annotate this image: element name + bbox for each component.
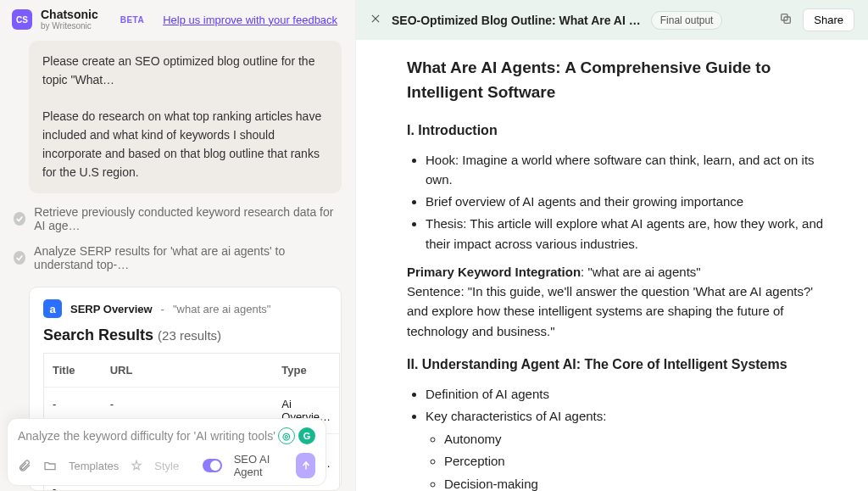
search-results-heading: Search Results (23 results) xyxy=(43,326,327,344)
grammarly-icon[interactable]: ◎ xyxy=(278,427,295,444)
brand-avatar: CS xyxy=(12,9,32,30)
section-1-heading: I. Introduction xyxy=(407,120,834,142)
serp-overview-label: SERP Overview xyxy=(70,303,153,315)
step-2-text: Analyze SERP results for 'what are ai ag… xyxy=(34,244,342,271)
brand-block: Chatsonic by Writesonic xyxy=(41,8,98,31)
document-body: What Are AI Agents: A Comprehensive Guid… xyxy=(356,40,868,491)
serp-head: a SERP Overview - "what are ai agents" xyxy=(43,299,327,318)
prompt-line-2: Please do research on what top ranking a… xyxy=(42,108,328,181)
seo-agent-label: SEO AI Agent xyxy=(234,453,285,478)
brand-sub: by Writesonic xyxy=(41,21,98,31)
left-header: CS Chatsonic by Writesonic BETA Help us … xyxy=(0,0,355,37)
attach-icon[interactable] xyxy=(18,459,31,472)
beta-badge: BETA xyxy=(120,15,144,25)
check-icon xyxy=(14,251,25,265)
brand-name: Chatsonic xyxy=(41,8,98,21)
feedback-link[interactable]: Help us improve with your feedback xyxy=(163,14,337,26)
serp-logo-icon: a xyxy=(43,299,62,318)
doc-h1: What Are AI Agents: A Comprehensive Guid… xyxy=(407,55,834,105)
templates-button[interactable]: Templates xyxy=(69,460,119,472)
col-title: Title xyxy=(44,354,102,388)
copy-icon[interactable] xyxy=(779,12,793,28)
left-panel: CS Chatsonic by Writesonic BETA Help us … xyxy=(0,0,355,491)
section-2-heading: II. Understanding Agent AI: The Core of … xyxy=(407,354,834,376)
list-item: Perception xyxy=(444,451,834,471)
folder-icon[interactable] xyxy=(43,459,57,472)
doc-title: SEO-Optimized Blog Outline: What Are AI … xyxy=(392,14,641,27)
style-icon[interactable] xyxy=(131,459,142,472)
list-item: Hook: Imagine a world where software can… xyxy=(426,150,834,190)
step-1: Retrieve previously conducted keyword re… xyxy=(0,202,355,236)
list-item: Brief overview of AI agents and their gr… xyxy=(426,192,834,211)
chat-input-bar: Analyze the keyword difficulty for 'AI w… xyxy=(7,418,326,486)
right-panel: SEO-Optimized Blog Outline: What Are AI … xyxy=(355,0,868,491)
kw-after: : "what are ai agents" xyxy=(581,265,701,279)
col-url: URL xyxy=(102,354,235,388)
step-1-text: Retrieve previously conducted keyword re… xyxy=(34,205,342,232)
close-icon[interactable] xyxy=(370,13,381,27)
serp-dash: - xyxy=(161,303,164,315)
grammar-icons: ◎ G xyxy=(278,427,315,444)
list-item: Decision-making xyxy=(444,474,834,491)
check-icon xyxy=(14,212,25,226)
chat-input[interactable]: Analyze the keyword difficulty for 'AI w… xyxy=(18,429,278,443)
sr-label: Search Results xyxy=(43,326,153,343)
list-item: Key characteristics of AI agents: Autono… xyxy=(426,406,834,491)
send-button[interactable] xyxy=(296,453,315,478)
user-prompt-card: Please create an SEO optimized blog outl… xyxy=(29,41,342,193)
col-type: Type xyxy=(273,354,339,388)
serp-query: "what are ai agents" xyxy=(173,303,270,315)
style-button[interactable]: Style xyxy=(154,460,179,472)
step-2: Analyze SERP results for 'what are ai ag… xyxy=(0,241,355,275)
primary-keyword-block: Primary Keyword Integration: "what are a… xyxy=(407,262,834,341)
right-header: SEO-Optimized Blog Outline: What Are AI … xyxy=(356,0,868,40)
kw-sentence: Sentence: "In this guide, we'll answer t… xyxy=(407,282,834,341)
kw-label: Primary Keyword Integration xyxy=(407,265,581,279)
sr-count: (23 results) xyxy=(158,328,221,343)
final-output-badge: Final output xyxy=(651,11,723,30)
prompt-line-1: Please create an SEO optimized blog outl… xyxy=(42,53,328,89)
grammarly-badge-icon[interactable]: G xyxy=(298,427,315,444)
list-item: Autonomy xyxy=(444,429,834,449)
list-item: Thesis: This article will explore what A… xyxy=(426,214,834,254)
seo-agent-toggle[interactable] xyxy=(203,459,222,472)
share-button[interactable]: Share xyxy=(803,8,854,31)
list-item: Definition of AI agents xyxy=(426,384,834,404)
